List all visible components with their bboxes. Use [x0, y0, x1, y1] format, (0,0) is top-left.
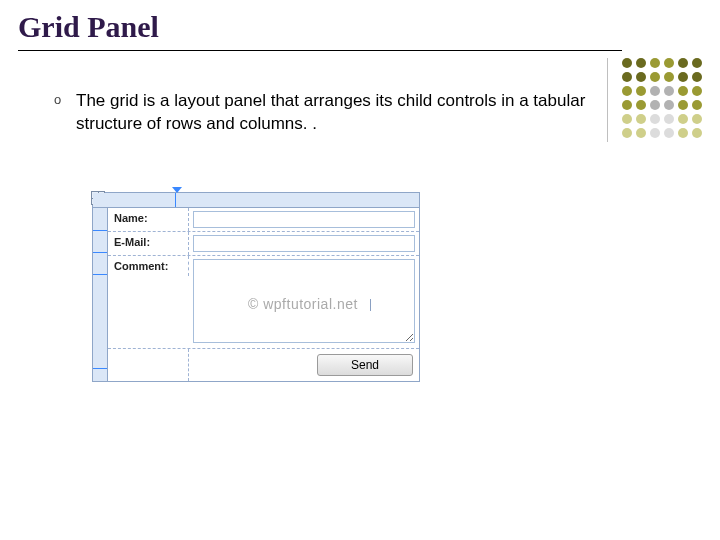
- slide-title: Grid Panel: [18, 10, 622, 51]
- grid-cells: Name: E-Mail: Comment:: [108, 208, 419, 381]
- label-name: Name:: [108, 208, 189, 231]
- row-name: Name:: [108, 208, 419, 232]
- send-button[interactable]: Send: [317, 354, 413, 376]
- bullet-item: o The grid is a layout panel that arrang…: [56, 90, 596, 136]
- side-ruler: [93, 208, 108, 381]
- divider: [607, 58, 608, 142]
- bullet-text: The grid is a layout panel that arranges…: [76, 90, 596, 136]
- row-send: Send: [108, 349, 419, 381]
- name-field[interactable]: [193, 211, 415, 228]
- decorative-dot-grid: [622, 58, 702, 138]
- label-email: E-Mail:: [108, 232, 189, 255]
- bullet-marker: o: [54, 91, 61, 109]
- top-ruler: [93, 193, 419, 208]
- row-comment: Comment:: [108, 256, 419, 349]
- grid-sample: Name: E-Mail: Comment:: [92, 192, 422, 382]
- email-field[interactable]: [193, 235, 415, 252]
- comment-field[interactable]: [193, 259, 415, 343]
- row-email: E-Mail:: [108, 232, 419, 256]
- grid-outline: Name: E-Mail: Comment:: [92, 192, 420, 382]
- label-comment: Comment:: [108, 256, 189, 276]
